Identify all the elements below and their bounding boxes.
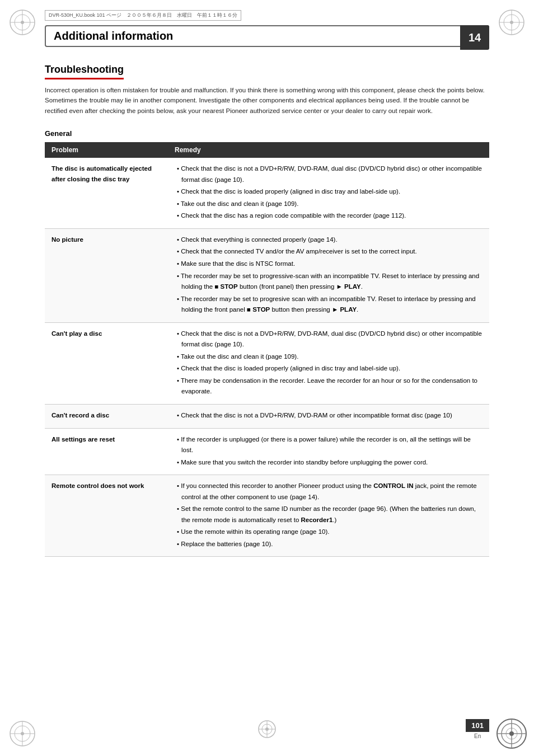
remedy-item: • Take out the disc and clean it (page 1… xyxy=(175,199,483,210)
problem-cell: Remote control does not work xyxy=(45,475,168,557)
header-meta: DVR-530H_KU.book 101 ページ ２００５年６月８日 水曜日 午… xyxy=(45,10,241,21)
remedy-item: • The recorder may be set to progressive… xyxy=(175,271,483,293)
main-content: Troubleshooting Incorrect operation is o… xyxy=(0,47,534,596)
remedy-cell: • Check that the disc is not a DVD+R/RW,… xyxy=(168,405,489,429)
bottom-center-decoration xyxy=(257,720,277,740)
table-row: All settings are reset• If the recorder … xyxy=(45,428,489,475)
page-lang: En xyxy=(466,733,489,739)
problem-cell: Can't record a disc xyxy=(45,405,168,429)
corner-decoration-br xyxy=(495,717,528,750)
intro-text: Incorrect operation is often mistaken fo… xyxy=(45,85,489,116)
page-footer: 101 En xyxy=(466,719,489,739)
table-row: The disc is automatically ejected after … xyxy=(45,158,489,228)
section-title: Additional information xyxy=(54,30,173,43)
page-number: 101 xyxy=(466,719,489,732)
remedy-item: • Replace the batteries (page 10). xyxy=(175,539,483,550)
table-row: Remote control does not work• If you con… xyxy=(45,475,489,557)
remedy-item: • Check that the disc is loaded properly… xyxy=(175,186,483,198)
remedy-cell: • Check that the disc is not a DVD+R/RW,… xyxy=(168,158,489,228)
col-remedy-header: Remedy xyxy=(168,142,489,158)
remedy-item: • Make sure that you switch the recorder… xyxy=(175,457,483,468)
corner-decoration-bl xyxy=(6,717,39,750)
remedy-cell: • If you connected this recorder to anot… xyxy=(168,475,489,557)
chapter-badge: 14 xyxy=(460,25,489,50)
remedy-cell: • Check that the disc is not a DVD+R/RW,… xyxy=(168,322,489,404)
remedy-item: • The recorder may be set to progresive … xyxy=(175,294,483,316)
remedy-item: • Check that everything is connected pro… xyxy=(175,234,483,246)
remedy-item: • Take out the disc and clean it (page 1… xyxy=(175,351,483,363)
problem-cell: No picture xyxy=(45,228,168,322)
remedy-cell: • If the recorder is unplugged (or there… xyxy=(168,428,489,475)
page-wrapper: DVR-530H_KU.book 101 ページ ２００５年６月８日 水曜日 午… xyxy=(0,0,534,756)
remedy-item: • Check that the disc is not a DVD+R/RW,… xyxy=(175,328,483,350)
troubleshooting-title: Troubleshooting xyxy=(45,64,124,79)
table-row: Can't play a disc• Check that the disc i… xyxy=(45,322,489,404)
svg-point-14 xyxy=(21,732,24,735)
svg-point-25 xyxy=(265,727,269,731)
remedy-item: • There may be condensation in the recor… xyxy=(175,375,483,397)
remedy-item: • Check that the connected TV and/or the… xyxy=(175,246,483,257)
problem-cell: The disc is automatically ejected after … xyxy=(45,158,168,228)
remedy-item: • Check that the disc has a region code … xyxy=(175,210,483,222)
remedy-item: • Check that the disc is loaded properly… xyxy=(175,363,483,374)
table-row: Can't record a disc• Check that the disc… xyxy=(45,405,489,429)
problem-cell: Can't play a disc xyxy=(45,322,168,404)
remedy-item: • Set the remote control to the same ID … xyxy=(175,504,483,525)
table-row: No picture• Check that everything is con… xyxy=(45,228,489,322)
col-problem-header: Problem xyxy=(45,142,168,158)
problem-cell: All settings are reset xyxy=(45,428,168,475)
remedy-item: • Check that the disc is not a DVD+R/RW,… xyxy=(175,410,483,421)
svg-point-20 xyxy=(509,731,514,736)
remedy-item: • If you connected this recorder to anot… xyxy=(175,481,483,503)
remedy-item: • If the recorder is unplugged (or there… xyxy=(175,434,483,456)
remedy-item: • Make sure that the disc is NTSC format… xyxy=(175,259,483,270)
remedy-cell: • Check that everything is connected pro… xyxy=(168,228,489,322)
page-header: DVR-530H_KU.book 101 ページ ２００５年６月８日 水曜日 午… xyxy=(0,0,534,47)
section-title-bar: Additional information 14 xyxy=(45,25,489,47)
remedy-item: • Use the remote within its operating ra… xyxy=(175,527,483,538)
troubleshoot-table: Problem Remedy The disc is automatically… xyxy=(45,142,489,557)
general-label: General xyxy=(45,129,489,138)
remedy-item: • Check that the disc is not a DVD+R/RW,… xyxy=(175,163,483,185)
